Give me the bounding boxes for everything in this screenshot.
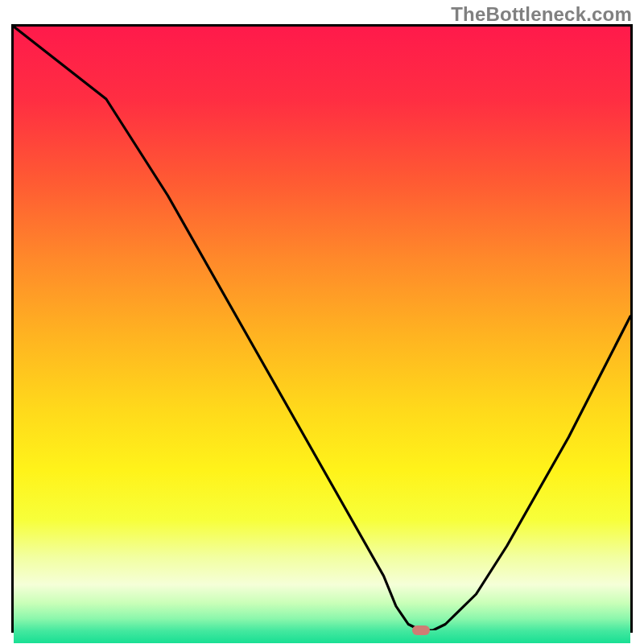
watermark-text: TheBottleneck.com bbox=[451, 3, 632, 26]
svg-rect-0 bbox=[14, 27, 630, 643]
chart-plot-area bbox=[11, 24, 633, 633]
background-gradient bbox=[14, 27, 630, 643]
